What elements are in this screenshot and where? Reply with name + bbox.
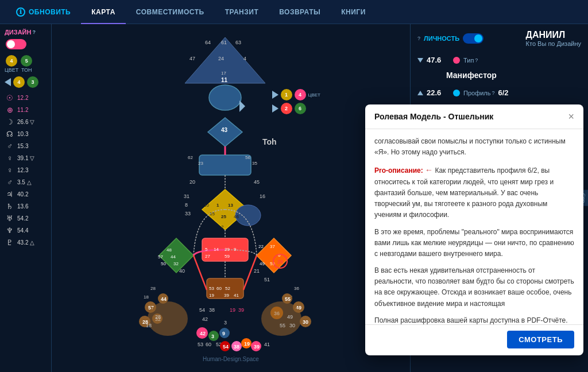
modal-close-button[interactable]: × [568, 111, 574, 122]
color-label: ЦВЕТ [5, 67, 18, 73]
venus-symbol: ♀ [5, 154, 15, 162]
badge-pink2-bot-num: 39 [254, 344, 260, 350]
pro-label: Pro-описание: [374, 166, 423, 175]
jupiter-symbol: ♃ [5, 190, 15, 199]
gate-54-bot: 54 [199, 307, 205, 313]
nav-label-refresh: ОБНОВИТЬ [29, 8, 71, 16]
gate-27: 27 [205, 254, 210, 259]
neptune-value: 54.4 [17, 227, 28, 234]
gate-15: 15 [210, 211, 215, 216]
earth-symbol: ⊕ [5, 106, 15, 114]
mars-value: 15.3 [17, 143, 28, 149]
modal-body: согласовывай свои помыслы и поступки тол… [365, 129, 583, 324]
nav-item-transit[interactable]: ТРАНЗИТ [215, 0, 269, 24]
gate-32: 32 [173, 261, 179, 266]
uranus-symbol: ♅ [5, 214, 15, 223]
planet-jupiter-design: ♃ 40.2 [2, 189, 49, 200]
type-row: 47.6 Тип ? [417, 54, 581, 66]
body-graph-svg: 64 61 63 47 24 4 17 11 43 62 23 56 35 1 … [139, 32, 311, 365]
planet-neptune-design: ♆ 54.4 [2, 225, 49, 236]
nav-item-map[interactable]: КАРТА [81, 0, 126, 24]
pers-badge3: 6 [295, 103, 306, 114]
design-help-icon[interactable]: ? [32, 29, 36, 35]
type-value-text: Манифестор [417, 71, 581, 80]
gate-57: 57 [158, 254, 163, 259]
jupiter-value: 40.2 [17, 191, 28, 197]
gate-50: 50 [161, 261, 166, 266]
planet-uranus-design: ♅ 54.2 [2, 213, 49, 224]
personality-help[interactable]: ? [417, 36, 420, 41]
right-top: ? ЛИЧНОСТЬ ДАНИИЛ Кто Вы по Дизайну [417, 30, 581, 47]
gate-59: 59 [225, 254, 230, 259]
saturn-value: 13.6 [17, 203, 28, 210]
badge-right-2-num: 55 [285, 296, 291, 302]
gate-19: 19 [209, 293, 214, 298]
center-head-num: 11 [221, 77, 228, 83]
earth-value: 11.2 [17, 107, 28, 113]
modal-view-button[interactable]: СМОТРЕТЬ [507, 331, 574, 348]
nav-label-compatibility: СОВМЕСТИМОСТЬ [136, 8, 204, 16]
gate-21: 21 [254, 268, 260, 274]
gate-45: 45 [254, 179, 260, 185]
badge-left-2-num: 44 [161, 296, 167, 302]
gate-47: 47 [189, 56, 195, 61]
personality-label: ЛИЧНОСТЬ [424, 35, 459, 42]
solar-area-bg [261, 301, 301, 336]
triangle-down-icon [417, 58, 423, 63]
gate-60: 60 [216, 286, 222, 291]
gate-48: 48 [167, 247, 172, 253]
user-info: ДАНИИЛ Кто Вы по Дизайну [526, 30, 581, 47]
mars-symbol: ♂ [5, 142, 15, 150]
head-center [209, 85, 241, 110]
spleen-center [159, 238, 194, 273]
gate-19-bot: 19 [230, 307, 235, 313]
gate-63: 63 [235, 40, 241, 45]
gate-29: 29 [225, 247, 230, 252]
profile-value-num: 22.6 [427, 88, 450, 97]
design-toggle[interactable] [6, 39, 26, 49]
gate-33: 33 [185, 211, 191, 216]
nav-item-books[interactable]: КНИГИ [331, 0, 376, 24]
planet-pluto-design: ♇ 43.2 △ [2, 237, 49, 248]
watermark: Human-Design.Space [203, 356, 259, 362]
uranus-value: 54.2 [17, 215, 28, 222]
spleen-area-bg [148, 301, 188, 336]
nav-label-map: КАРТА [91, 8, 115, 16]
node-value: 10.3 [17, 131, 28, 137]
nav-item-returns[interactable]: ВОЗВРАТЫ [269, 0, 331, 24]
gate-39: 39 [224, 293, 229, 298]
body-graph-area: 64 61 63 47 24 4 17 11 43 62 23 56 35 1 … [52, 24, 410, 372]
pluto-symbol: ♇ [5, 238, 15, 247]
arrow-right-1-icon [272, 91, 278, 99]
gate-52: 52 [225, 286, 230, 291]
badge-pink-bot-num: 38 [234, 344, 239, 350]
arrow-indicator-icon: ← [425, 164, 433, 176]
planet-saturn-design: ♄ 13.6 [2, 201, 49, 212]
profile-help[interactable]: ? [492, 90, 495, 96]
gate-10: 10 [204, 203, 209, 208]
gate-44: 44 [171, 254, 176, 259]
nav-item-refresh[interactable]: ℹ ОБНОВИТЬ [6, 0, 81, 24]
color-badge: 4 [6, 55, 17, 67]
nav-item-compatibility[interactable]: СОВМЕСТИМОСТЬ [126, 0, 215, 24]
throat-center [199, 155, 251, 175]
gate-53-b: 53 [198, 342, 203, 347]
personality-toggle[interactable] [463, 33, 483, 44]
toh-text: Toh [262, 137, 277, 146]
gate-60-b: 60 [206, 342, 211, 347]
type-help[interactable]: ? [475, 57, 478, 63]
planet-mars2-design: ♂ 3.5 △ [2, 177, 49, 188]
gate-42-label: 42 [202, 316, 208, 322]
gate-53: 53 [209, 286, 214, 291]
gate-55-side: 55 [280, 323, 285, 328]
color-badge-2: 4 [13, 76, 25, 88]
gate-2: 2 [221, 224, 224, 230]
profile-dot [453, 90, 460, 96]
nav-label-books: КНИГИ [341, 8, 366, 16]
gate-24: 24 [218, 56, 224, 61]
gate-49: 49 [260, 261, 265, 266]
gate-28-side: 28 [155, 314, 161, 320]
solar-center [257, 238, 291, 273]
gate-6: 6 [278, 253, 281, 258]
pers-color-tone-label: ЦВЕТ [308, 92, 320, 98]
